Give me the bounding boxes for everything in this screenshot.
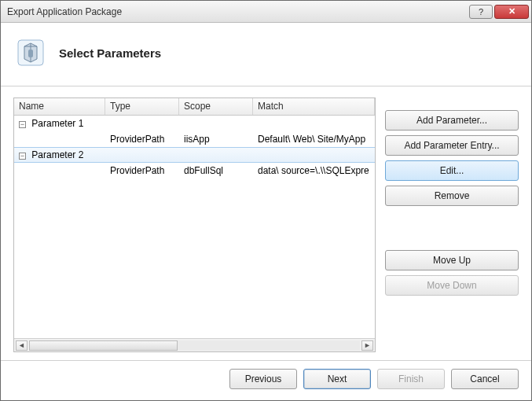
package-icon (13, 35, 48, 70)
next-button[interactable]: Next (303, 369, 371, 389)
collapse-toggle-icon[interactable]: − (19, 121, 26, 128)
parameters-table: Name Type Scope Match − Parameter 1 (13, 97, 376, 352)
move-down-button: Move Down (385, 275, 519, 296)
table-row[interactable]: ProviderPath iisApp Default\ Web\ Site/M… (14, 131, 375, 147)
cell-match: data\ source=\.\\SQLExpre (253, 164, 375, 178)
help-button[interactable]: ? (469, 5, 493, 19)
collapse-toggle-icon[interactable]: − (19, 153, 26, 160)
wizard-footer: Previous Next Finish Cancel (1, 360, 531, 400)
add-parameter-button[interactable]: Add Parameter... (385, 110, 519, 131)
scroll-thumb[interactable] (29, 340, 178, 351)
wizard-header: Select Parameters (1, 23, 531, 86)
close-button[interactable]: ✕ (494, 5, 529, 19)
cell-type: ProviderPath (105, 132, 179, 146)
scroll-left-button[interactable]: ◄ (16, 340, 28, 351)
cell-scope: dbFullSql (179, 164, 253, 178)
param-group-row[interactable]: − Parameter 1 (14, 116, 375, 131)
param-group-row[interactable]: − Parameter 2 (14, 147, 375, 163)
export-wizard-window: Export Application Package ? ✕ Select Pa… (0, 0, 532, 401)
table-header: Name Type Scope Match (14, 98, 375, 116)
page-title: Select Parameters (59, 46, 161, 60)
finish-button: Finish (377, 369, 445, 389)
previous-button[interactable]: Previous (229, 369, 297, 389)
cell-match: Default\ Web\ Site/MyApp (253, 132, 375, 146)
scroll-track[interactable] (29, 340, 360, 351)
side-button-panel: Add Parameter... Add Parameter Entry... … (385, 97, 519, 352)
remove-button[interactable]: Remove (385, 186, 519, 206)
col-header-match[interactable]: Match (253, 98, 375, 115)
table-row[interactable]: ProviderPath dbFullSql data\ source=\.\\… (14, 163, 375, 178)
param-name: Parameter 1 (31, 118, 83, 129)
col-header-type[interactable]: Type (105, 98, 179, 115)
close-icon: ✕ (508, 6, 515, 17)
move-up-button[interactable]: Move Up (385, 250, 519, 270)
cancel-button[interactable]: Cancel (451, 369, 519, 389)
chevron-left-icon: ◄ (18, 341, 25, 349)
edit-button[interactable]: Edit... (385, 160, 519, 181)
svg-rect-1 (28, 50, 33, 57)
table-body: − Parameter 1 ProviderPath iisApp Defaul… (14, 116, 375, 338)
horizontal-scrollbar[interactable]: ◄ ► (14, 338, 375, 351)
help-icon: ? (479, 7, 483, 17)
col-header-scope[interactable]: Scope (179, 98, 253, 115)
scroll-right-button[interactable]: ► (361, 340, 373, 351)
param-name: Parameter 2 (31, 149, 83, 160)
cell-scope: iisApp (179, 132, 253, 146)
chevron-right-icon: ► (364, 341, 371, 349)
cell-type: ProviderPath (105, 164, 179, 178)
window-title: Export Application Package (7, 6, 468, 17)
titlebar: Export Application Package ? ✕ (1, 1, 531, 23)
content-area: Name Type Scope Match − Parameter 1 (1, 86, 531, 360)
col-header-name[interactable]: Name (14, 98, 105, 115)
add-parameter-entry-button[interactable]: Add Parameter Entry... (385, 135, 519, 156)
